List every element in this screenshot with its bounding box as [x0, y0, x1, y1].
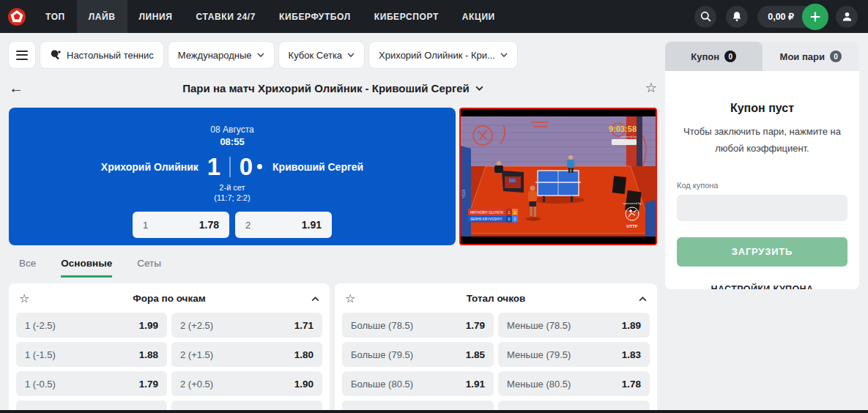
live-score-panel: 08 Августа 08:55 Хрихорий Олийник 1 0 Кр…: [9, 108, 456, 245]
svg-text:2: 2: [514, 210, 516, 215]
collapse-market-button[interactable]: [629, 291, 647, 305]
nav-item-top[interactable]: ТОП: [34, 0, 77, 33]
odd-value: 1.80: [294, 349, 314, 360]
nav-item-cyberfootball[interactable]: КИБЕРФУТБОЛ: [267, 0, 363, 33]
odd-label: 1 (-2.5): [25, 320, 56, 331]
tab-my-bets-label: Мои пари: [780, 51, 825, 62]
tab-my-bets[interactable]: Мои пари 0: [763, 42, 860, 71]
balance-amount: 0,00 ₽: [768, 11, 794, 22]
odd-button[interactable]: Меньше (79.5) 1.83: [498, 342, 650, 367]
market-header: ☆ Тотал очков: [335, 283, 657, 313]
odd-label: Больше (79.5): [351, 349, 413, 360]
market-header: ☆ Фора по очкам: [9, 283, 330, 313]
market-handicap: ☆ Фора по очкам 1 (-2.5) 1.99: [9, 283, 330, 413]
tab-all[interactable]: Все: [19, 258, 36, 278]
tab-coupon[interactable]: Купон 0: [665, 42, 763, 71]
load-coupon-button[interactable]: ЗАГРУЗИТЬ: [677, 237, 847, 267]
odd-value: 1.79: [139, 379, 158, 390]
balance-display[interactable]: 0,00 ₽: [757, 6, 826, 28]
odd-button[interactable]: 1 (-1.5) 1.88: [16, 342, 167, 367]
nav-item-esports[interactable]: КИБЕРСПОРТ: [363, 0, 450, 33]
favorite-match-button[interactable]: ☆: [628, 80, 657, 96]
svg-text:YER: YER: [461, 189, 466, 198]
market-tabs: Все Основные Сеты: [9, 258, 657, 278]
odd-button-p2[interactable]: 2 1.91: [235, 212, 332, 238]
odd-value: 1.83: [622, 349, 641, 360]
market-total: ☆ Тотал очков Больше (78.5) 1.79: [335, 283, 657, 413]
player1-score: 1: [207, 155, 220, 179]
live-row: 08 Августа 08:55 Хрихорий Олийник 1 0 Кр…: [9, 108, 657, 245]
chevron-up-icon: [639, 297, 647, 302]
breadcrumb-category[interactable]: Международные: [168, 42, 274, 68]
profile-button[interactable]: [836, 6, 858, 28]
odd-value: 1.79: [466, 320, 485, 331]
coupon-settings-link[interactable]: НАСТРОЙКИ КУПОНА: [677, 284, 847, 290]
sports-menu-button[interactable]: [9, 42, 35, 68]
odd-value: 1.91: [302, 219, 322, 231]
chevron-down-icon[interactable]: [475, 86, 483, 91]
odd-button[interactable]: Меньше (80.5) 1.78: [498, 371, 650, 396]
favorite-market-button[interactable]: ☆: [345, 291, 363, 305]
market-row: Больше (80.5) 1.91 Меньше (80.5) 1.78: [342, 371, 650, 396]
search-icon: [700, 11, 711, 22]
footer-edge: [0, 410, 868, 413]
main-column: Настольный теннис Международные Кубок Се…: [9, 33, 657, 413]
coupon-sidebar: Купон 0 Мои пари 0 Купон пуст Чтобы закл…: [665, 42, 859, 289]
nav-item-line[interactable]: ЛИНИЯ: [127, 0, 185, 33]
back-button[interactable]: ←: [9, 80, 38, 97]
odd-button[interactable]: Больше (80.5) 1.91: [342, 371, 494, 396]
nav-item-promos[interactable]: АКЦИИ: [450, 0, 507, 33]
video-player[interactable]: YER: [459, 108, 657, 245]
odd-button-p1[interactable]: 1 1.78: [133, 212, 229, 238]
odd-label: Больше (80.5): [351, 379, 413, 390]
breadcrumb-tournament-label: Кубок Сетка: [289, 50, 343, 61]
main-odds-row: 1 1.78 2 1.91: [133, 212, 332, 238]
set-scores-detail: (11:7; 2:2): [214, 193, 250, 202]
breadcrumb-match-label: Хрихорий Олийник - Кри...: [379, 50, 495, 61]
market-row: Больше (79.5) 1.85 Меньше (79.5) 1.83: [342, 342, 650, 367]
breadcrumb-match[interactable]: Хрихорий Олийник - Кри...: [369, 42, 517, 68]
odd-button[interactable]: 1 (-2.5) 1.99: [16, 313, 167, 338]
chevron-down-icon: [257, 53, 264, 57]
breadcrumb-sport[interactable]: Настольный теннис: [40, 42, 163, 68]
market-title: Тотал очков: [363, 293, 629, 304]
favorite-market-button[interactable]: ☆: [19, 291, 37, 305]
svg-text:sponsored by: sponsored by: [623, 201, 642, 205]
odd-button[interactable]: 2 (+1.5) 1.80: [171, 342, 322, 367]
odd-button[interactable]: 1 (-0.5) 1.79: [16, 371, 167, 396]
odd-label: 1 (-1.5): [25, 349, 56, 360]
odd-value: 1.78: [622, 379, 641, 390]
coupon-empty-title: Купон пуст: [677, 102, 847, 115]
nav-item-bets247[interactable]: СТАВКИ 24/7: [185, 0, 268, 33]
odd-value: 1.90: [294, 379, 314, 390]
match-header: ← Пари на матч Хрихорий Олийник - Кривош…: [9, 78, 657, 98]
coupon-tabs: Купон 0 Мои пари 0: [665, 42, 859, 71]
odd-button[interactable]: Больше (79.5) 1.85: [342, 342, 494, 367]
coupon-body: Купон пуст Чтобы заключить пари, нажмите…: [665, 102, 859, 289]
deposit-button[interactable]: [802, 4, 828, 30]
collapse-market-button[interactable]: [302, 291, 319, 305]
tab-main[interactable]: Основные: [61, 258, 112, 278]
odd-button[interactable]: Меньше (78.5) 1.89: [498, 313, 650, 338]
market-row: 1 (-2.5) 1.99 2 (+2.5) 1.71: [16, 313, 322, 338]
chevron-down-icon: [500, 53, 508, 57]
odd-value: 1.99: [139, 320, 158, 331]
odd-label: Меньше (78.5): [507, 320, 571, 331]
tab-sets[interactable]: Сеты: [137, 258, 161, 278]
bell-icon: [732, 11, 742, 22]
nav-item-live[interactable]: ЛАЙВ: [77, 0, 127, 33]
notifications-button[interactable]: [726, 6, 748, 28]
odd-label: 1 (-0.5): [25, 379, 56, 390]
odd-label: 2 (+0.5): [180, 379, 213, 390]
odd-button[interactable]: 2 (+2.5) 1.71: [171, 313, 322, 338]
odd-button[interactable]: Больше (78.5) 1.79: [342, 313, 494, 338]
odd-value: 1.85: [466, 349, 485, 360]
odd-button[interactable]: 2 (+0.5) 1.90: [171, 371, 322, 396]
breadcrumb-tournament[interactable]: Кубок Сетка: [279, 42, 365, 68]
topnav-right-controls: 0,00 ₽: [694, 6, 868, 28]
brand-logo[interactable]: [0, 0, 34, 33]
market-title: Фора по очкам: [37, 293, 302, 304]
coupon-code-input[interactable]: [677, 195, 847, 221]
nav-items: ТОП ЛАЙВ ЛИНИЯ СТАВКИ 24/7 КИБЕРФУТБОЛ К…: [34, 0, 507, 33]
search-button[interactable]: [694, 6, 716, 28]
